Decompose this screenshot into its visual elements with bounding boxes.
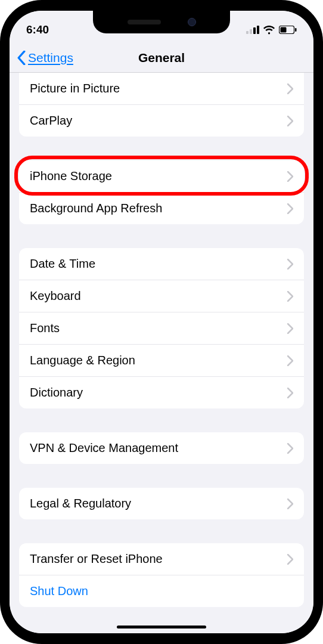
row-iphone-storage[interactable]: iPhone Storage <box>19 160 304 192</box>
row-dictionary[interactable]: Dictionary <box>19 376 304 408</box>
svg-rect-6 <box>295 28 297 32</box>
home-indicator[interactable] <box>117 626 206 628</box>
chevron-left-icon <box>17 51 26 65</box>
row-label: Dictionary <box>30 386 83 400</box>
settings-group: Legal & Regulatory <box>19 488 304 519</box>
row-label: Keyboard <box>30 289 81 303</box>
svg-rect-2 <box>253 27 256 34</box>
row-label: Shut Down <box>30 584 88 598</box>
row-legal-regulatory[interactable]: Legal & Regulatory <box>19 488 304 519</box>
battery-icon <box>279 26 297 34</box>
row-label: Legal & Regulatory <box>30 497 131 510</box>
chevron-right-icon <box>287 291 293 302</box>
row-label: Transfer or Reset iPhone <box>30 552 163 566</box>
chevron-right-icon <box>287 259 293 270</box>
row-background-app-refresh[interactable]: Background App Refresh <box>19 192 304 224</box>
svg-rect-5 <box>281 27 287 33</box>
row-label: Fonts <box>30 321 60 335</box>
row-label: Date & Time <box>30 257 95 271</box>
chevron-right-icon <box>287 355 293 366</box>
chevron-right-icon <box>287 443 293 454</box>
chevron-right-icon <box>287 203 293 214</box>
status-right <box>246 26 297 35</box>
chevron-right-icon <box>287 171 293 182</box>
settings-group: Date & TimeKeyboardFontsLanguage & Regio… <box>19 248 304 408</box>
chevron-right-icon <box>287 388 293 398</box>
row-date-time[interactable]: Date & Time <box>19 248 304 280</box>
row-transfer-reset[interactable]: Transfer or Reset iPhone <box>19 543 304 575</box>
chevron-right-icon <box>287 323 293 334</box>
nav-bar: Settings General <box>10 43 313 73</box>
chevron-right-icon <box>287 499 293 509</box>
row-label: Picture in Picture <box>30 82 120 95</box>
row-fonts[interactable]: Fonts <box>19 312 304 344</box>
svg-rect-1 <box>250 29 252 34</box>
row-picture-in-picture[interactable]: Picture in Picture <box>19 73 304 104</box>
row-language-region[interactable]: Language & Region <box>19 344 304 376</box>
chevron-right-icon <box>287 554 293 565</box>
settings-group: Picture in PictureCarPlay <box>19 73 304 137</box>
chevron-right-icon <box>287 83 293 94</box>
row-label: Language & Region <box>30 354 135 367</box>
row-label: Background App Refresh <box>30 202 162 215</box>
row-keyboard[interactable]: Keyboard <box>19 280 304 312</box>
settings-list[interactable]: Picture in PictureCarPlayiPhone StorageB… <box>10 73 313 633</box>
back-button[interactable]: Settings <box>17 51 73 65</box>
row-carplay[interactable]: CarPlay <box>19 104 304 137</box>
row-label: CarPlay <box>30 114 72 128</box>
settings-group: iPhone StorageBackground App Refresh <box>19 160 304 224</box>
chevron-right-icon <box>287 116 293 126</box>
svg-rect-0 <box>246 31 249 34</box>
row-label: VPN & Device Management <box>30 441 178 455</box>
wifi-icon <box>263 26 275 35</box>
back-label: Settings <box>28 51 73 65</box>
front-camera <box>188 18 196 26</box>
speaker-grill <box>128 20 161 24</box>
row-label: iPhone Storage <box>30 169 112 183</box>
svg-rect-3 <box>257 26 259 34</box>
settings-group: Transfer or Reset iPhoneShut Down <box>19 543 304 607</box>
cellular-icon <box>246 26 259 34</box>
device-frame: 6:40 <box>0 0 323 644</box>
screen: 6:40 <box>10 11 313 633</box>
settings-group: VPN & Device Management <box>19 432 304 464</box>
notch <box>93 11 230 33</box>
status-time: 6:40 <box>26 23 49 36</box>
row-vpn-device-management[interactable]: VPN & Device Management <box>19 432 304 464</box>
row-shut-down[interactable]: Shut Down <box>19 575 304 607</box>
